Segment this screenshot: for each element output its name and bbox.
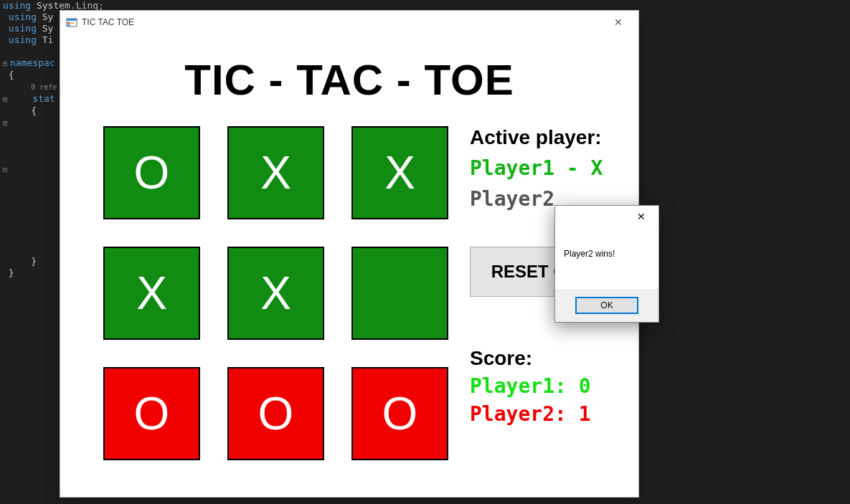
svg-rect-2 (67, 22, 70, 24)
cell-0-2[interactable]: X (351, 126, 448, 219)
cell-1-2[interactable] (351, 247, 448, 340)
svg-rect-3 (71, 22, 74, 24)
dialog-close-button[interactable]: ✕ (627, 207, 656, 226)
svg-rect-1 (67, 19, 77, 21)
window-titlebar[interactable]: TIC TAC TOE ✕ (60, 11, 638, 34)
dialog-titlebar[interactable]: ✕ (555, 206, 658, 227)
message-dialog: ✕ Player2 wins! OK (554, 205, 659, 323)
cell-2-2[interactable]: O (351, 367, 448, 460)
app-icon (66, 16, 77, 28)
window-title: TIC TAC TOE (82, 17, 134, 27)
cell-0-1[interactable]: X (227, 126, 324, 219)
cell-1-1[interactable]: X (227, 247, 324, 340)
score-player2: Player2: 1 (470, 402, 626, 426)
game-board: O X X X X O O O (75, 126, 448, 460)
score-label: Score: (470, 347, 626, 370)
dialog-footer: OK (555, 289, 658, 322)
svg-rect-4 (67, 24, 70, 26)
dialog-message: Player2 wins! (555, 227, 658, 270)
dialog-ok-button[interactable]: OK (575, 297, 638, 314)
cell-2-0[interactable]: O (103, 367, 200, 460)
score-player1: Player1: 0 (470, 374, 626, 398)
player1-line: Player1 - X (470, 156, 626, 180)
game-window: TIC TAC TOE ✕ TIC - TAC - TOE O X X X X … (60, 10, 639, 498)
window-close-button[interactable]: ✕ (604, 12, 633, 32)
active-player-label: Active player: (470, 126, 626, 149)
cell-1-0[interactable]: X (103, 247, 200, 340)
game-title: TIC - TAC - TOE (75, 55, 624, 105)
cell-2-1[interactable]: O (227, 367, 324, 460)
cell-0-0[interactable]: O (103, 126, 200, 219)
